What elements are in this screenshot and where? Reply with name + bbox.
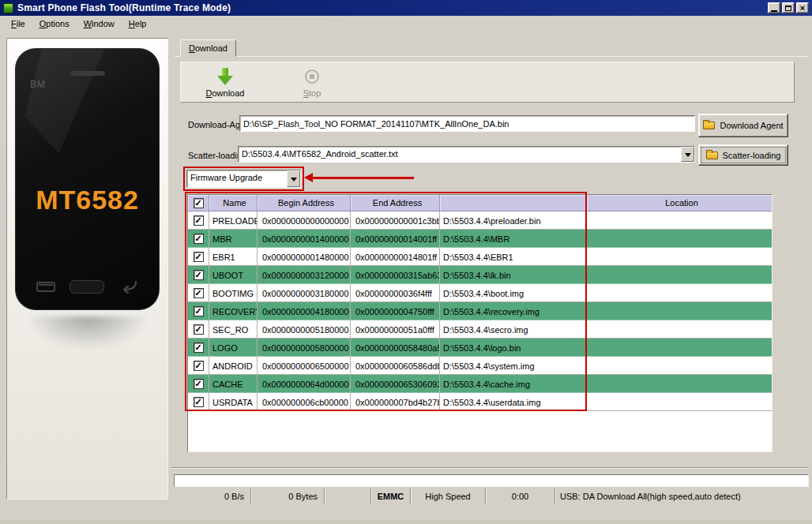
check-icon: ✓ bbox=[194, 307, 201, 315]
row-checkbox[interactable]: ✓ bbox=[194, 234, 204, 244]
menu-bar: File Options Window Help bbox=[0, 16, 812, 32]
table-row[interactable]: ✓MBR0x00000000014000000x00000000014001ff… bbox=[188, 230, 772, 248]
menu-help[interactable]: Help bbox=[122, 17, 154, 30]
table-row[interactable]: ✓EBR10x00000000014800000x00000000014801f… bbox=[188, 248, 772, 266]
partition-name-cell: RECOVERY bbox=[209, 302, 258, 320]
location-cell bbox=[587, 211, 772, 229]
table-row[interactable]: ✓SEC_RO0x00000000051800000x00000000051a0… bbox=[188, 320, 772, 339]
mode-dropdown-button[interactable] bbox=[287, 170, 300, 187]
row-checkbox[interactable]: ✓ bbox=[194, 379, 204, 389]
mode-value: Firmware Upgrade bbox=[187, 170, 287, 187]
file-path-cell: D:\5503.4.4\recovery.img bbox=[440, 302, 587, 320]
minimize-icon bbox=[771, 10, 777, 12]
maximize-button[interactable] bbox=[782, 2, 795, 13]
bottom-separator bbox=[172, 467, 809, 469]
check-icon: ✓ bbox=[194, 325, 201, 333]
location-cell bbox=[587, 339, 772, 356]
stop-button-label: Stop bbox=[303, 88, 321, 98]
file-path-cell: D:\5503.4.4\cache.img bbox=[440, 375, 587, 392]
row-checkbox[interactable]: ✓ bbox=[194, 288, 204, 298]
table-row[interactable]: ✓UBOOT0x00000000031200000x000000000315ab… bbox=[188, 266, 772, 284]
check-icon: ✓ bbox=[194, 398, 201, 406]
row-checkbox[interactable]: ✓ bbox=[194, 324, 204, 335]
file-path-cell: D:\5503.4.4\userdata.img bbox=[440, 393, 587, 410]
row-checkbox-cell: ✓ bbox=[188, 357, 209, 374]
chevron-down-icon bbox=[685, 153, 691, 160]
table-row[interactable]: ✓RECOVERY0x00000000041800000x00000000047… bbox=[188, 302, 772, 320]
end-address-cell: 0x000000000315ab63 bbox=[351, 266, 440, 283]
status-speed: 0 B/s bbox=[172, 488, 251, 503]
status-spare bbox=[325, 488, 371, 503]
maximize-icon bbox=[785, 6, 791, 11]
phone-back-key-icon bbox=[118, 280, 138, 294]
table-row[interactable]: ✓CACHE0x0000000064d000000x00000000653060… bbox=[188, 375, 772, 393]
begin-address-cell: 0x0000000004180000 bbox=[258, 302, 351, 320]
menu-options[interactable]: Options bbox=[32, 17, 77, 30]
row-checkbox[interactable]: ✓ bbox=[194, 342, 204, 353]
phone-image: BM MT6582 bbox=[15, 48, 160, 310]
phone-speaker bbox=[70, 71, 105, 76]
download-agent-input[interactable] bbox=[239, 115, 695, 132]
close-button[interactable]: × bbox=[796, 2, 809, 13]
row-checkbox[interactable]: ✓ bbox=[194, 215, 204, 226]
end-address-cell: 0x0000000065306093 bbox=[351, 375, 440, 392]
minimize-button[interactable] bbox=[768, 2, 780, 13]
stop-button[interactable]: Stop bbox=[274, 66, 350, 100]
location-cell bbox=[587, 357, 772, 374]
end-address-cell: 0x00000000051a0fff bbox=[351, 320, 440, 338]
table-row[interactable]: ✓BOOTIMG0x00000000031800000x00000000036f… bbox=[188, 284, 772, 302]
phone-preview-panel: BM MT6582 bbox=[6, 38, 168, 500]
row-checkbox[interactable]: ✓ bbox=[194, 361, 204, 371]
scatter-file-value: D:\5503.4.4\MT6582_Android_scatter.txt bbox=[239, 147, 681, 162]
mode-combobox[interactable]: Firmware Upgrade bbox=[186, 170, 301, 188]
end-address-cell: 0x00000000014001ff bbox=[351, 230, 440, 247]
download-button[interactable]: Download bbox=[187, 66, 263, 100]
partition-table-header: ✓ Name Begin Address End Address Locatio… bbox=[188, 195, 772, 211]
row-checkbox-cell: ✓ bbox=[188, 266, 209, 283]
check-icon: ✓ bbox=[194, 234, 201, 242]
partition-name-cell: LOGO bbox=[209, 339, 258, 356]
row-checkbox[interactable]: ✓ bbox=[194, 306, 204, 316]
menu-file[interactable]: File bbox=[4, 17, 32, 30]
file-path-cell: D:\5503.4.4\preloader.bin bbox=[440, 211, 587, 229]
scatter-loading-button[interactable]: Scatter-loading bbox=[698, 144, 788, 166]
bottom-strip bbox=[0, 520, 812, 524]
phone-model-label: MT6582 bbox=[16, 185, 159, 215]
row-checkbox[interactable]: ✓ bbox=[194, 270, 204, 280]
end-address-cell: 0x00000000058480a5 bbox=[351, 339, 440, 356]
table-row[interactable]: ✓ANDROID0x00000000065000000x000000006058… bbox=[188, 357, 772, 375]
end-address-cell: 0x0000000060586ddb bbox=[351, 357, 440, 374]
download-agent-browse-button[interactable]: Download Agent bbox=[698, 114, 788, 137]
row-checkbox-cell: ✓ bbox=[188, 339, 209, 356]
title-bar: Smart Phone Flash Tool(Runtime Trace Mod… bbox=[0, 0, 812, 16]
download-button-label: Download bbox=[206, 88, 245, 98]
scatter-file-combobox[interactable]: D:\5503.4.4\MT6582_Android_scatter.txt bbox=[238, 146, 695, 163]
scatter-dropdown-button[interactable] bbox=[681, 147, 694, 162]
row-checkbox[interactable]: ✓ bbox=[194, 397, 204, 407]
status-transferred: 0 Bytes bbox=[251, 488, 325, 503]
red-arrow-left-icon bbox=[313, 177, 414, 179]
location-cell bbox=[587, 302, 772, 320]
location-cell bbox=[587, 266, 772, 283]
begin-address-cell: 0x0000000064d00000 bbox=[258, 375, 351, 392]
status-storage-type: EMMC bbox=[371, 488, 411, 503]
table-row[interactable]: ✓USRDATA0x000000006cb000000x000000007bd4… bbox=[188, 393, 772, 411]
close-icon: × bbox=[800, 4, 805, 12]
header-begin-address: Begin Address bbox=[258, 195, 351, 211]
begin-address-cell: 0x0000000005180000 bbox=[258, 320, 351, 338]
partition-name-cell: MBR bbox=[209, 230, 258, 247]
row-checkbox-cell: ✓ bbox=[188, 248, 209, 265]
tab-download[interactable]: Download bbox=[180, 39, 236, 57]
table-row[interactable]: ✓LOGO0x00000000058000000x00000000058480a… bbox=[188, 339, 772, 357]
menu-window[interactable]: Window bbox=[77, 17, 122, 30]
file-path-cell: D:\5503.4.4\EBR1 bbox=[440, 248, 587, 265]
partition-name-cell: PRELOADER bbox=[209, 211, 258, 229]
row-checkbox[interactable]: ✓ bbox=[194, 252, 204, 262]
scatter-button-label: Scatter-loading bbox=[723, 151, 781, 160]
header-checkbox-cell[interactable]: ✓ bbox=[188, 195, 209, 211]
check-icon: ✓ bbox=[194, 343, 201, 351]
select-all-checkbox[interactable]: ✓ bbox=[194, 198, 204, 208]
download-arrow-icon bbox=[217, 68, 233, 85]
table-row[interactable]: ✓PRELOADER0x00000000000000000x0000000000… bbox=[188, 211, 772, 230]
download-agent-button-label: Download Agent bbox=[720, 121, 783, 130]
